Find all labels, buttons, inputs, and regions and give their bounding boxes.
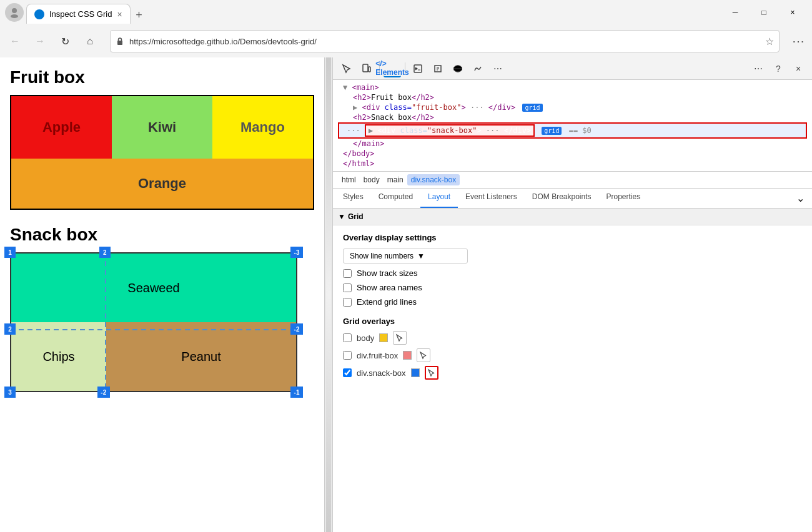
lock-icon <box>116 37 124 46</box>
grid-vertical-line <box>105 252 106 392</box>
line-numbers-dropdown[interactable]: Show line numbers ▼ <box>343 249 468 264</box>
more-tools-icon[interactable]: ⋯ <box>489 60 507 77</box>
overlay-fruit-box-label: div.fruit-box <box>357 351 398 360</box>
reload-button[interactable]: ↻ <box>55 31 75 51</box>
more-button[interactable]: ⋯ <box>790 34 807 49</box>
show-area-names-input[interactable] <box>343 283 352 292</box>
kiwi-cell: Kiwi <box>112 96 212 159</box>
close-button[interactable]: × <box>778 2 807 22</box>
tab-title: Inspect CSS Grid <box>49 9 112 19</box>
tab-computed[interactable]: Computed <box>371 189 420 208</box>
dom-line-main-close[interactable]: </main> <box>338 139 807 149</box>
user-avatar[interactable] <box>5 3 24 22</box>
extend-grid-lines-input[interactable] <box>343 298 352 307</box>
overlay-row-fruit-box: div.fruit-box <box>343 348 802 362</box>
breadcrumb-body[interactable]: body <box>360 174 384 185</box>
overlay-row-body: body <box>343 331 802 345</box>
section-chevron: ▼ <box>338 212 345 221</box>
seaweed-cell: Seaweed <box>11 254 296 322</box>
breadcrumb-snack-box[interactable]: div.snack-box <box>407 174 460 185</box>
chips-cell: Chips <box>11 322 106 391</box>
grid-section-header[interactable]: ▼ Grid <box>333 209 812 225</box>
maximize-button[interactable]: □ <box>750 2 778 22</box>
grid-num-rb: -1 <box>290 387 303 398</box>
grid-num-r2: -2 <box>290 323 303 335</box>
breadcrumb-main[interactable]: main <box>384 174 407 185</box>
main-area: Fruit box Apple Kiwi Mango Orange Snack … <box>0 57 812 532</box>
snack-grid: Seaweed Chips Peanut <box>10 252 297 392</box>
dropdown-arrow: ▼ <box>417 252 425 260</box>
address-bar-row: ← → ↻ ⌂ https://microsoftedge.github.io/… <box>0 25 812 57</box>
overlay-fruit-box-color[interactable] <box>403 351 412 360</box>
tab-close-button[interactable]: × <box>117 9 122 19</box>
overlay-body-label: body <box>357 333 374 343</box>
inspect-icon[interactable] <box>338 60 355 77</box>
dom-line-fruit-box[interactable]: ▶ <div class="fruit-box"> ··· </div> gri… <box>338 102 807 112</box>
orange-cell: Orange <box>11 159 313 209</box>
grid-num-l2: 2 <box>4 323 16 335</box>
overlay-snack-box-icon[interactable] <box>425 366 438 380</box>
vertical-divider[interactable] <box>325 57 332 532</box>
address-bar[interactable]: https://microsoftedge.github.io/Demos/de… <box>110 30 780 52</box>
show-track-sizes-input[interactable] <box>343 269 352 278</box>
dom-line-html-close[interactable]: </html> <box>338 159 807 169</box>
dom-line-body-close[interactable]: </body> <box>338 149 807 159</box>
tab-bar: Inspect CSS Grid × + <box>26 1 718 24</box>
overlay-body-color[interactable] <box>379 333 388 342</box>
show-track-sizes-checkbox[interactable]: Show track sizes <box>343 268 802 278</box>
elements-tab-icon[interactable]: </> Elements <box>384 60 401 77</box>
forward-button[interactable]: → <box>30 31 50 51</box>
devtools-close-icon[interactable]: × <box>790 60 807 77</box>
devtools-more-icon[interactable]: ⋯ <box>750 60 767 77</box>
extend-grid-lines-label: Extend grid lines <box>357 297 417 307</box>
tab-dom-breakpoints[interactable]: DOM Breakpoints <box>525 189 599 208</box>
svg-rect-3 <box>363 64 368 72</box>
overlay-snack-box-label: div.snack-box <box>357 368 406 378</box>
device-mode-icon[interactable] <box>358 60 375 77</box>
sources-icon[interactable] <box>429 60 447 77</box>
grid-overlays-title: Grid overlays <box>343 317 802 326</box>
webpage-panel: Fruit box Apple Kiwi Mango Orange Snack … <box>0 57 325 532</box>
tab-layout[interactable]: Layout <box>420 189 458 208</box>
devtools-panel: </> Elements ⋯ ⋯ ? × ▼ <main> <box>332 57 812 532</box>
show-track-sizes-label: Show track sizes <box>357 268 418 278</box>
tab-event-listeners[interactable]: Event Listeners <box>458 189 525 208</box>
grid-horizontal-line <box>10 329 297 330</box>
snack-grid-container: 1 2 3 1 2 3 -3 -2 -1 -2 -3 Seaweed Chips… <box>10 252 297 392</box>
overlay-settings-title: Overlay display settings <box>343 233 802 242</box>
grid-num-tm: 2 <box>99 247 111 258</box>
bookmark-button[interactable]: ☆ <box>765 36 774 47</box>
tabs-more-button[interactable]: ⌄ <box>791 189 810 208</box>
home-button[interactable]: ⌂ <box>80 31 100 51</box>
network-icon[interactable] <box>449 60 467 77</box>
console-icon[interactable] <box>409 60 427 77</box>
devtools-help-icon[interactable]: ? <box>770 60 787 77</box>
overlay-snack-box-checkbox[interactable] <box>343 368 352 377</box>
show-area-names-checkbox[interactable]: Show area names <box>343 283 802 292</box>
tab-properties[interactable]: Properties <box>599 189 648 208</box>
back-button[interactable]: ← <box>5 31 25 51</box>
show-area-names-label: Show area names <box>357 283 422 292</box>
breadcrumb-html[interactable]: html <box>338 174 360 185</box>
dom-line-snack-box[interactable]: ··· ▶ <div class="snack-box"> ··· </div>… <box>338 122 807 139</box>
overlay-body-icon[interactable] <box>393 331 407 345</box>
minimize-button[interactable]: ─ <box>721 2 750 22</box>
overlay-snack-box-color[interactable] <box>411 368 420 377</box>
overlay-fruit-box-checkbox[interactable] <box>343 351 352 360</box>
layout-panel: ▼ Grid Overlay display settings Show lin… <box>333 209 812 532</box>
tab-styles[interactable]: Styles <box>335 189 371 208</box>
extend-grid-lines-checkbox[interactable]: Extend grid lines <box>343 297 802 307</box>
toolbar-separator-2 <box>405 62 405 75</box>
overlay-body-checkbox[interactable] <box>343 333 352 342</box>
overlay-fruit-box-icon[interactable] <box>417 348 430 362</box>
new-tab-button[interactable]: + <box>131 6 148 24</box>
grid-num-r1: -3 <box>290 247 303 258</box>
dom-line-h2-fruit[interactable]: <h2>Fruit box</h2> <box>338 92 807 102</box>
fruit-box-title: Fruit box <box>10 67 314 87</box>
browser-tab[interactable]: Inspect CSS Grid × <box>26 4 131 24</box>
window-controls: ─ □ × <box>721 2 807 22</box>
grid-num-lb: 3 <box>4 387 16 398</box>
dom-line-h2-snack[interactable]: <h2>Snack box</h2> <box>338 112 807 122</box>
dom-line-main[interactable]: ▼ <main> <box>338 82 807 92</box>
performance-icon[interactable] <box>469 60 487 77</box>
